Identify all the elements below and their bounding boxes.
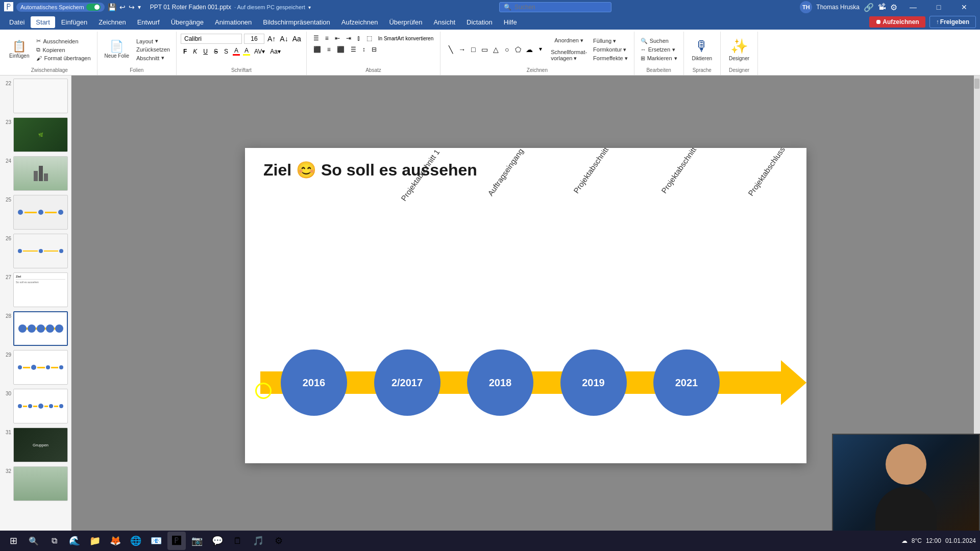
columns-button[interactable]: ⫿ <box>355 34 363 43</box>
shape-arrow[interactable]: → <box>457 45 467 54</box>
undo-icon[interactable]: ↩ <box>119 3 126 11</box>
text-shadow-button[interactable]: S <box>222 47 231 56</box>
present-icon[interactable]: 📽 <box>878 3 886 12</box>
share-icon[interactable]: 🔗 <box>864 3 874 12</box>
taskbar-settings-button[interactable]: ⚙ <box>270 532 288 550</box>
align-left-button[interactable]: ⬛ <box>311 45 324 54</box>
bullet-list-button[interactable]: ☰ <box>311 34 322 43</box>
suchen-button[interactable]: 🔍 Suchen <box>639 37 679 45</box>
formeffekte-button[interactable]: Formeffekte ▾ <box>591 55 630 62</box>
strikethrough-button[interactable]: S <box>211 47 220 56</box>
taskbar-mail-button[interactable]: 📧 <box>147 532 165 550</box>
markieren-button[interactable]: ⊞ Markieren ▾ <box>639 55 679 62</box>
increase-font-button[interactable]: A↑ <box>266 34 277 44</box>
abschnitt-button[interactable]: Abschnitt ▾ <box>134 54 172 62</box>
maximize-button[interactable]: □ <box>927 0 950 14</box>
slide-img-26[interactable] <box>13 234 68 268</box>
slide-img-32[interactable] <box>13 466 68 501</box>
menu-ansicht[interactable]: Ansicht <box>428 16 460 28</box>
shape-rounded[interactable]: ▭ <box>479 45 489 54</box>
shape-cloud[interactable]: ☁ <box>524 45 534 54</box>
taskbar-windows-button[interactable]: ⊞ <box>4 532 22 550</box>
slide-thumb-29[interactable]: 29 <box>2 349 69 386</box>
shape-triangle[interactable]: △ <box>491 45 501 54</box>
menu-start[interactable]: Start <box>31 16 55 28</box>
location-dropdown[interactable]: ▾ <box>308 5 311 10</box>
more-commands-icon[interactable]: ▾ <box>138 4 141 11</box>
clear-format-button[interactable]: Aa <box>291 34 302 44</box>
slide-thumb-27[interactable]: 27 Ziel So soll es aussehen <box>2 271 69 308</box>
slide-img-30[interactable] <box>13 389 68 423</box>
taskbar-powerpoint-button[interactable]: 🅿 <box>167 532 186 550</box>
formkontur-button[interactable]: Formkontur ▾ <box>591 46 630 54</box>
font-size-selector[interactable]: 16 <box>244 34 264 44</box>
menu-datei[interactable]: Datei <box>4 16 30 28</box>
taskbar-edge-button[interactable]: 🌊 <box>65 532 84 550</box>
slide-thumb-26[interactable]: 26 <box>2 233 69 269</box>
slide-img-23[interactable]: 🌿 <box>13 117 68 152</box>
slide-img-28[interactable] <box>13 311 68 346</box>
ersetzen-button[interactable]: ↔ Ersetzen ▾ <box>639 46 679 54</box>
minimize-button[interactable]: — <box>901 0 925 14</box>
close-button[interactable]: ✕ <box>952 0 976 14</box>
kopieren-button[interactable]: ⧉ Kopieren <box>34 46 92 54</box>
ausschneiden-button[interactable]: ✂ Ausschneiden <box>34 37 92 45</box>
designer-button[interactable]: ✨ Designer <box>725 36 753 63</box>
highlight-button[interactable]: A <box>242 46 251 57</box>
menu-bildschirm[interactable]: Bildschirmpräsentation <box>258 16 335 28</box>
shape-pentagon[interactable]: ⬠ <box>513 45 523 54</box>
aufzeichnen-button[interactable]: ⏺ Aufzeichnen <box>869 16 925 28</box>
taskbar-search-button[interactable]: 🔍 <box>24 532 43 550</box>
menu-ueberpruefen[interactable]: Überprüfen <box>384 16 427 28</box>
menu-dictation[interactable]: Dictation <box>461 16 498 28</box>
format-uebertragen-button[interactable]: 🖌 Format übertragen <box>34 55 92 62</box>
line-spacing-button[interactable]: ↕ <box>360 45 368 54</box>
taskbar-teams-button[interactable]: 💬 <box>208 532 227 550</box>
slide-thumb-24[interactable]: 24 <box>2 155 69 192</box>
slide-thumb-32[interactable]: 32 <box>2 465 69 502</box>
canvas-area[interactable]: Ziel 😊 So soll es aussehen Projektabschn… <box>71 76 980 536</box>
freigeben-button[interactable]: ↑ Freigeben <box>929 16 976 28</box>
menu-entwurf[interactable]: Entwurf <box>132 16 165 28</box>
autosave-switch[interactable] <box>86 4 101 11</box>
slide-thumb-25[interactable]: 25 <box>2 194 69 231</box>
shape-more[interactable]: ▾ <box>535 45 546 54</box>
shape-line[interactable]: ╲ <box>446 45 456 54</box>
layout-button[interactable]: Layout ▾ <box>134 37 172 45</box>
align-center-button[interactable]: ≡ <box>325 45 333 54</box>
menu-zeichnen[interactable]: Zeichnen <box>93 16 131 28</box>
font-family-selector[interactable]: Calibri <box>181 34 242 44</box>
menu-einfuegen[interactable]: Einfügen <box>56 16 92 28</box>
slide-img-24[interactable] <box>13 156 68 191</box>
slide-thumb-22[interactable]: 22 <box>2 78 69 114</box>
taskbar-notes-button[interactable]: 🗒 <box>229 532 247 550</box>
shape-circle[interactable]: ○ <box>502 45 512 54</box>
neue-folie-button[interactable]: 📄 Neue Folie <box>102 39 132 61</box>
slide-thumb-30[interactable]: 30 <box>2 388 69 424</box>
fuellung-button[interactable]: Füllung ▾ <box>591 37 630 45</box>
slide-img-27[interactable]: Ziel So soll es aussehen <box>13 272 68 307</box>
taskbar-explorer-button[interactable]: 📁 <box>86 532 104 550</box>
slide-thumb-23[interactable]: 23 🌿 <box>2 116 69 153</box>
search-box[interactable]: 🔍 <box>499 2 611 12</box>
save-icon[interactable]: 💾 <box>108 3 116 11</box>
menu-animationen[interactable]: Animationen <box>210 16 257 28</box>
align-justify-button[interactable]: ☰ <box>348 45 359 54</box>
slide-thumb-31[interactable]: 31 Gruppen <box>2 427 69 463</box>
slide-thumb-28[interactable]: 28 <box>2 310 69 347</box>
texbox-align-button[interactable]: ⊟ <box>369 45 379 54</box>
slide-img-31[interactable]: Gruppen <box>13 428 68 462</box>
menu-aufzeichnen[interactable]: Aufzeichnen <box>336 16 383 28</box>
slide-img-29[interactable] <box>13 350 68 385</box>
menu-hilfe[interactable]: Hilfe <box>499 16 522 28</box>
autosave-toggle[interactable]: Automatisches Speichern <box>16 3 105 12</box>
schnellformatvorlagen-button[interactable]: Schnellformat-vorlagen ▾ <box>548 47 590 64</box>
numbered-list-button[interactable]: ≡ <box>323 34 331 43</box>
change-case-button[interactable]: Aa▾ <box>268 47 283 56</box>
decrease-font-button[interactable]: A↓ <box>279 34 289 44</box>
text-direction-button[interactable]: ⬚ <box>364 34 375 43</box>
bold-button[interactable]: F <box>181 47 189 56</box>
char-spacing-button[interactable]: AV▾ <box>252 47 267 56</box>
taskbar-chrome-button[interactable]: 🌐 <box>127 532 145 550</box>
slide-img-25[interactable] <box>13 195 68 230</box>
